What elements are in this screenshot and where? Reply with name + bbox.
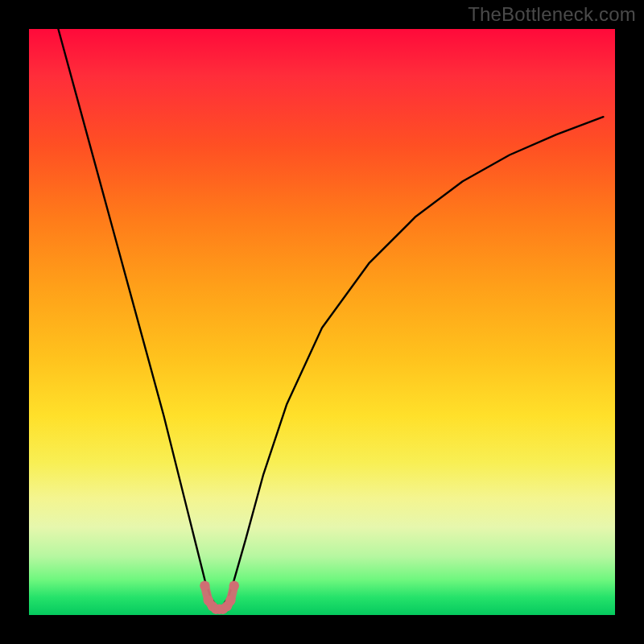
plot-area [29, 29, 615, 615]
watermark-text: TheBottleneck.com [468, 3, 636, 26]
bottleneck-curve [58, 29, 603, 606]
curve-layer [29, 29, 615, 615]
svg-point-7 [225, 596, 235, 605]
low-region-dots [200, 580, 239, 614]
chart-frame: TheBottleneck.com [0, 0, 644, 644]
svg-point-8 [229, 580, 239, 590]
svg-point-0 [200, 580, 209, 590]
